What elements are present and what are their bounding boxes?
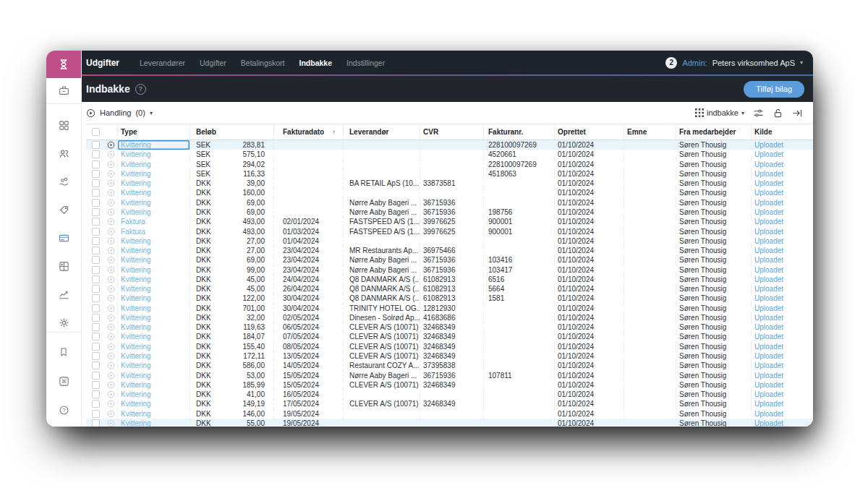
cell-source[interactable]: Uploadet: [752, 179, 813, 188]
cell-invoice-no[interactable]: [484, 198, 555, 207]
cell-invoice-no[interactable]: 4520661: [484, 150, 555, 159]
cell-amount[interactable]: DKK155,40: [190, 342, 274, 351]
sidebar-item-dashboard[interactable]: [46, 116, 81, 134]
cell-supplier[interactable]: Nørre Aaby Bageri ...: [344, 255, 420, 265]
cell-type[interactable]: Kvittering: [118, 294, 190, 303]
row-expand-button[interactable]: [105, 351, 118, 361]
row-expand-button[interactable]: [105, 179, 118, 188]
cell-type[interactable]: Kvittering: [118, 275, 190, 284]
cell-from-employee[interactable]: Søren Thousig: [676, 370, 752, 380]
cell-amount[interactable]: DKK41,00: [190, 390, 274, 399]
cell-invoice-no[interactable]: [484, 322, 555, 332]
cell-amount[interactable]: SEK294,02: [190, 160, 274, 169]
cell-from-employee[interactable]: Søren Thousig: [676, 419, 752, 427]
cell-source[interactable]: Uploadet: [752, 246, 813, 255]
cell-from-employee[interactable]: Søren Thousig: [676, 332, 752, 341]
cell-cvr[interactable]: [420, 160, 484, 169]
cell-source[interactable]: Uploadet: [752, 342, 813, 351]
cell-from-employee[interactable]: Søren Thousig: [676, 351, 752, 361]
cell-from-employee[interactable]: Søren Thousig: [676, 399, 752, 408]
cell-subject[interactable]: [624, 313, 676, 322]
cell-supplier[interactable]: Nørre Aaby Bageri ...: [344, 265, 420, 274]
table-row[interactable]: Kvittering SEK575,10 4520661 01/10/2024 …: [86, 150, 813, 159]
cell-from-employee[interactable]: Søren Thousig: [676, 322, 752, 332]
cell-supplier[interactable]: Q8 DANMARK A/S (...: [344, 294, 420, 303]
cell-created[interactable]: 01/10/2024: [555, 408, 624, 418]
cell-invoice-date[interactable]: 08/05/2024: [274, 342, 344, 351]
cell-invoice-date[interactable]: 01/03/2024: [274, 226, 344, 236]
table-row[interactable]: Kvittering DKK122,00 30/04/2024 Q8 DANMA…: [86, 294, 813, 303]
tab-indbakke[interactable]: Indbakke: [299, 59, 333, 67]
table-row[interactable]: Kvittering DKK160,00 01/10/2024 Søren Th…: [86, 188, 813, 197]
cell-amount[interactable]: DKK27,00: [190, 236, 274, 246]
column-header-kilde[interactable]: Kilde: [752, 124, 813, 140]
row-expand-button[interactable]: [105, 198, 118, 207]
cell-invoice-no[interactable]: 103417: [484, 265, 555, 274]
cell-from-employee[interactable]: Søren Thousig: [676, 188, 752, 197]
cell-supplier[interactable]: Nørre Aaby Bageri ...: [344, 370, 420, 380]
cell-invoice-no[interactable]: [484, 399, 555, 408]
cell-subject[interactable]: [624, 188, 676, 197]
cell-invoice-no[interactable]: 107811: [484, 370, 555, 380]
cell-subject[interactable]: [624, 226, 676, 236]
cell-cvr[interactable]: 41683686: [420, 313, 484, 322]
cell-from-employee[interactable]: Søren Thousig: [676, 342, 752, 351]
row-checkbox[interactable]: [86, 150, 105, 159]
cell-supplier[interactable]: CLEVER A/S (10071): [344, 380, 420, 390]
table-row[interactable]: Kvittering DKK41,00 16/05/2024 01/10/202…: [86, 390, 813, 399]
cell-invoice-date[interactable]: 19/05/2024: [274, 419, 344, 427]
row-checkbox[interactable]: [86, 207, 105, 217]
cell-amount[interactable]: DKK146,00: [190, 408, 274, 418]
cell-created[interactable]: 01/10/2024: [555, 275, 624, 284]
cell-supplier[interactable]: Q8 DANMARK A/S (...: [344, 275, 420, 284]
cell-amount[interactable]: DKK119,63: [190, 322, 274, 332]
cell-invoice-no[interactable]: [484, 390, 555, 399]
cell-type[interactable]: Kvittering: [118, 399, 190, 408]
cell-invoice-no[interactable]: [484, 332, 555, 341]
cell-invoice-date[interactable]: 14/05/2024: [274, 361, 344, 370]
row-expand-button[interactable]: [105, 313, 118, 322]
column-header-fakturanr[interactable]: Fakturanr.: [484, 124, 555, 140]
cell-cvr[interactable]: [420, 140, 484, 150]
cell-supplier[interactable]: Nørre Aaby Bageri ...: [344, 207, 420, 217]
cell-subject[interactable]: [624, 236, 676, 246]
cell-source[interactable]: Uploadet: [752, 419, 813, 427]
row-checkbox[interactable]: [86, 160, 105, 169]
cell-cvr[interactable]: 12812930: [420, 304, 484, 313]
row-checkbox[interactable]: [86, 284, 105, 294]
table-row[interactable]: Kvittering DKK119,63 06/05/2024 CLEVER A…: [86, 322, 813, 332]
cell-from-employee[interactable]: Søren Thousig: [676, 160, 752, 169]
cell-invoice-no[interactable]: 228100097269: [484, 160, 555, 169]
table-row[interactable]: Kvittering DKK155,40 08/05/2024 CLEVER A…: [86, 342, 813, 351]
cell-type[interactable]: Kvittering: [118, 342, 190, 351]
row-checkbox[interactable]: [86, 265, 105, 274]
table-row[interactable]: Kvittering DKK149,19 17/05/2024 CLEVER A…: [86, 399, 813, 408]
row-expand-button[interactable]: [105, 226, 118, 236]
cell-from-employee[interactable]: Søren Thousig: [676, 198, 752, 207]
cell-amount[interactable]: DKK160,00: [190, 188, 274, 197]
cell-type[interactable]: Kvittering: [118, 246, 190, 255]
row-checkbox[interactable]: [86, 226, 105, 236]
cell-created[interactable]: 01/10/2024: [555, 160, 624, 169]
cell-source[interactable]: Uploadet: [752, 304, 813, 313]
column-header-type[interactable]: Type: [118, 124, 190, 140]
table-row[interactable]: Faktura DKK493,00 01/03/2024 FASTSPEED A…: [86, 226, 813, 236]
sidebar-item-tags[interactable]: [46, 200, 81, 219]
cell-amount[interactable]: SEK283,81: [190, 140, 274, 150]
cell-source[interactable]: Uploadet: [752, 236, 813, 246]
cell-cvr[interactable]: [420, 408, 484, 418]
cell-type[interactable]: Kvittering: [118, 370, 190, 380]
row-checkbox[interactable]: [86, 246, 105, 255]
row-expand-button[interactable]: [105, 399, 118, 408]
cell-source[interactable]: Uploadet: [752, 198, 813, 207]
cell-created[interactable]: 01/10/2024: [555, 322, 624, 332]
cell-amount[interactable]: DKK53,00: [190, 370, 274, 380]
cell-created[interactable]: 01/10/2024: [555, 380, 624, 390]
row-checkbox[interactable]: [86, 313, 105, 322]
row-checkbox[interactable]: [86, 380, 105, 390]
row-expand-button[interactable]: [105, 322, 118, 332]
cell-from-employee[interactable]: Søren Thousig: [676, 217, 752, 226]
cell-invoice-date[interactable]: 02/01/2024: [274, 217, 344, 226]
row-checkbox[interactable]: [86, 198, 105, 207]
row-expand-button[interactable]: [105, 207, 118, 217]
